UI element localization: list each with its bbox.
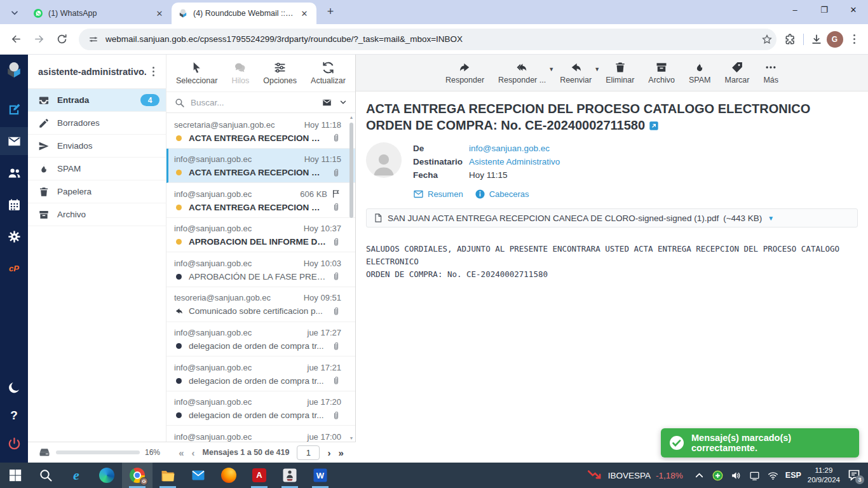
eliminar-button[interactable]: Eliminar xyxy=(606,61,634,85)
headers-button[interactable]: Cabeceras xyxy=(475,189,529,200)
success-toast[interactable]: Mensaje(s) marcado(s) correctamente. xyxy=(661,428,859,458)
file-explorer-icon[interactable] xyxy=(153,463,183,488)
volume-icon[interactable] xyxy=(730,470,742,482)
forward-button[interactable] xyxy=(29,30,48,49)
search-icon[interactable] xyxy=(174,97,185,108)
bookmark-star-icon[interactable] xyxy=(761,34,773,45)
prev-page-button[interactable]: ‹ xyxy=(192,447,195,458)
responder-button[interactable]: Responder ... ▼ xyxy=(498,61,546,85)
archivo-button[interactable]: Archivo xyxy=(648,61,675,85)
search-scope-mail-icon[interactable] xyxy=(321,98,333,107)
minimize-button[interactable]: – xyxy=(780,0,810,19)
tab-close-icon[interactable]: ✕ xyxy=(299,8,310,19)
dark-mode-moon-icon[interactable] xyxy=(0,374,28,402)
message-list-item[interactable]: info@sanjuan.gob.ec jue 17:20 delegacion… xyxy=(166,391,355,426)
last-page-button[interactable]: » xyxy=(338,447,343,458)
mail-icon[interactable] xyxy=(0,127,28,155)
cpanel-icon[interactable]: cP xyxy=(0,254,28,282)
browser-menu-icon[interactable] xyxy=(847,34,862,44)
first-page-button[interactable]: « xyxy=(179,447,184,458)
message-list-item[interactable]: info@sanjuan.gob.ec jue 17:27 delegacion… xyxy=(166,322,355,357)
tab-whatsapp[interactable]: (1) WhatsApp ✕ xyxy=(27,3,172,24)
opciones-button[interactable]: Opciones xyxy=(263,61,297,85)
chrome-icon[interactable]: G xyxy=(122,463,153,488)
firefox-icon[interactable] xyxy=(214,463,244,488)
folder-item-papelera[interactable]: Papelera xyxy=(28,180,166,203)
scroll-down-icon[interactable]: ▼ xyxy=(348,436,355,440)
internet-explorer-icon[interactable]: e xyxy=(61,463,92,488)
next-page-button[interactable]: › xyxy=(327,447,330,458)
compose-icon[interactable] xyxy=(0,95,28,123)
close-button[interactable]: ✕ xyxy=(839,0,868,19)
responder-button[interactable]: Responder xyxy=(445,61,484,85)
search-input[interactable] xyxy=(191,98,315,107)
spam-button[interactable]: SPAM xyxy=(689,61,711,85)
message-list-item[interactable]: info@sanjuan.gob.ec Hoy 11:15 ACTA ENTRE… xyxy=(166,149,355,184)
message-list-item[interactable]: secretaria@sanjuan.gob.ec Hoy 11:18 ACTA… xyxy=(166,114,355,149)
message-list-item[interactable]: info@sanjuan.gob.ec Hoy 10:37 APROBACION… xyxy=(166,218,355,253)
java-app-icon[interactable] xyxy=(275,463,305,488)
dropdown-caret-icon[interactable]: ▼ xyxy=(548,66,554,72)
folder-item-spam[interactable]: SPAM xyxy=(28,158,166,180)
cast-screen-icon[interactable] xyxy=(749,470,761,482)
help-icon[interactable]: ? xyxy=(0,402,28,430)
wifi-icon[interactable] xyxy=(767,470,779,482)
start-button[interactable] xyxy=(0,463,31,488)
flag-icon[interactable] xyxy=(331,189,341,199)
tab-close-icon[interactable]: ✕ xyxy=(154,8,165,19)
message-list-item[interactable]: info@sanjuan.gob.ec 606 KB ACTA ENTREGA … xyxy=(166,183,355,218)
word-icon[interactable]: W xyxy=(305,463,336,488)
hilos-button[interactable]: Hilos xyxy=(231,61,249,85)
clock[interactable]: 11:2920/9/2024 xyxy=(808,466,840,485)
list-scrollbar[interactable]: ▲ ▼ xyxy=(348,115,355,440)
scroll-up-icon[interactable]: ▲ xyxy=(348,115,355,119)
marcar-button[interactable]: Marcar xyxy=(725,61,750,85)
message-list-item[interactable]: info@sanjuan.gob.ec Hoy 10:03 APROBACIÓN… xyxy=(166,252,355,287)
to-address-link[interactable]: Asistente Administrativo xyxy=(469,157,560,166)
attachment-bar[interactable]: SAN JUAN ACTA ENTREGA RECEPCION CANECA D… xyxy=(366,208,858,227)
downloads-icon[interactable] xyxy=(810,33,823,46)
folder-item-entrada[interactable]: Entrada 4 xyxy=(28,89,166,112)
notifications-icon[interactable]: 3 xyxy=(846,468,862,483)
calendar-icon[interactable] xyxy=(0,191,28,219)
new-tab-button[interactable]: + xyxy=(322,3,339,20)
acrobat-icon[interactable]: A xyxy=(244,463,275,488)
back-button[interactable] xyxy=(6,30,25,49)
antivirus-icon[interactable] xyxy=(712,470,724,482)
dropdown-caret-icon[interactable]: ▼ xyxy=(594,66,600,72)
actualizar-button[interactable]: Actualizar xyxy=(311,61,346,85)
attachment-name[interactable]: SAN JUAN ACTA ENTREGA RECEPCION CANECA D… xyxy=(388,214,719,223)
restore-button[interactable]: ❐ xyxy=(810,0,839,19)
mas-button[interactable]: Más xyxy=(763,61,778,85)
folder-item-borradores[interactable]: Borradores xyxy=(28,112,166,135)
reenviar-button[interactable]: Reenviar ▼ xyxy=(560,61,592,85)
address-bar[interactable]: webmail.sanjuan.gob.ec/cpsess1795524299/… xyxy=(79,29,776,50)
site-settings-icon[interactable] xyxy=(88,34,99,45)
attachment-menu-caret-icon[interactable]: ▼ xyxy=(768,215,774,222)
taskbar-search-icon[interactable] xyxy=(31,463,61,488)
folder-item-enviados[interactable]: Enviados xyxy=(28,135,166,158)
tab-roundcube[interactable]: (4) Roundcube Webmail :: Entra ✕ xyxy=(172,3,316,24)
profile-avatar[interactable]: G xyxy=(827,31,843,48)
message-list-item[interactable]: info@sanjuan.gob.ec jue 17:00 xyxy=(166,426,355,442)
open-in-new-window-icon[interactable] xyxy=(649,118,659,128)
folder-item-archivo[interactable]: Archivo xyxy=(28,203,166,226)
logout-power-icon[interactable] xyxy=(0,430,28,458)
tab-search-icon[interactable] xyxy=(6,4,23,21)
extensions-icon[interactable] xyxy=(784,33,797,46)
account-menu-icon[interactable] xyxy=(146,67,161,77)
reload-button[interactable] xyxy=(52,30,71,49)
tray-chevron-up-icon[interactable] xyxy=(693,470,705,482)
scroll-thumb[interactable] xyxy=(349,123,353,218)
edge-icon[interactable] xyxy=(92,463,122,488)
seleccionar-button[interactable]: Seleccionar xyxy=(176,61,217,85)
from-address-link[interactable]: info@sanjuan.gob.ec xyxy=(469,144,550,153)
summary-button[interactable]: Resumen xyxy=(413,189,463,200)
language-indicator[interactable]: ESP xyxy=(785,471,801,480)
mail-app-icon[interactable] xyxy=(183,463,214,488)
settings-gear-icon[interactable] xyxy=(0,222,28,250)
search-scope-chevron-icon[interactable] xyxy=(339,98,348,107)
stock-ticker[interactable]: IBOVESPA -1,18% xyxy=(587,467,683,484)
message-list-item[interactable]: tesoreria@sanjuan.gob.ec Hoy 09:51 Comun… xyxy=(166,287,355,322)
contacts-icon[interactable] xyxy=(0,159,28,187)
